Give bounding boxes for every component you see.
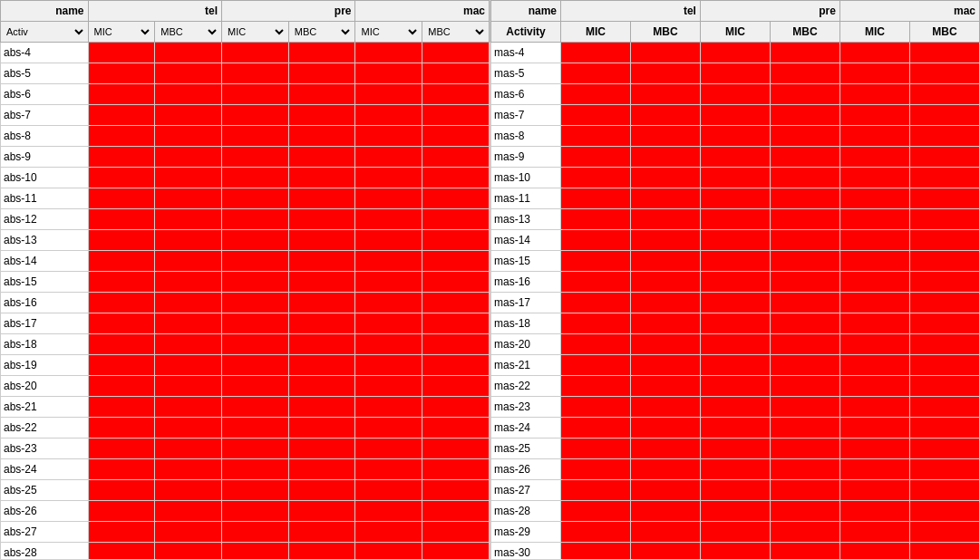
right-data-cell — [909, 439, 979, 459]
left-data-cell — [155, 293, 222, 313]
left-data-cell — [355, 168, 422, 188]
left-table: name tel pre mac Activ MIC — [0, 0, 490, 559]
left-data-cell — [288, 230, 355, 251]
right-data-cell — [700, 439, 770, 459]
left-mac-mbc-header[interactable]: MBC — [422, 22, 490, 43]
left-table-row: abs-24 — [1, 459, 490, 480]
right-data-cell — [839, 418, 909, 439]
right-data-cell — [839, 501, 909, 522]
left-data-cell — [288, 355, 355, 376]
right-data-cell — [700, 209, 770, 230]
left-table-row: abs-25 — [1, 480, 490, 501]
right-data-cell — [560, 126, 630, 147]
right-data-cell — [630, 147, 700, 168]
right-data-cell — [770, 459, 839, 480]
left-data-cell — [355, 188, 422, 209]
left-data-cell — [355, 439, 422, 459]
left-data-cell — [355, 43, 422, 63]
right-data-cell — [700, 272, 770, 293]
left-pre-mbc-header[interactable]: MBC — [288, 22, 355, 43]
left-table-panel: name tel pre mac Activ MIC — [0, 0, 490, 559]
right-data-cell — [839, 168, 909, 188]
pre-mic-dropdown[interactable]: MIC — [224, 25, 286, 38]
right-data-cell — [560, 168, 630, 188]
right-data-cell — [630, 439, 700, 459]
right-table-row: mas-9 — [491, 147, 980, 168]
right-data-cell — [560, 209, 630, 230]
right-data-cell — [839, 522, 909, 543]
right-row-name: mas-24 — [491, 418, 561, 439]
right-data-cell — [909, 209, 979, 230]
right-table-row: mas-20 — [491, 334, 980, 355]
left-data-cell — [88, 543, 155, 560]
left-data-cell — [422, 418, 490, 439]
right-data-cell — [839, 230, 909, 251]
left-data-cell — [422, 272, 490, 293]
right-data-cell — [839, 397, 909, 418]
left-data-cell — [155, 439, 222, 459]
tel-mbc-dropdown[interactable]: MBC — [157, 25, 219, 38]
mac-mbc-dropdown[interactable]: MBC — [424, 25, 487, 38]
left-data-cell — [155, 522, 222, 543]
left-data-cell — [422, 147, 490, 168]
left-data-cell — [422, 209, 490, 230]
right-data-cell — [839, 480, 909, 501]
left-data-cell — [155, 501, 222, 522]
right-table-row: mas-5 — [491, 63, 980, 84]
left-row-name: abs-7 — [1, 105, 89, 126]
left-table-row: abs-17 — [1, 313, 490, 334]
right-data-cell — [839, 459, 909, 480]
left-data-cell — [88, 84, 155, 105]
left-data-cell — [88, 522, 155, 543]
left-data-cell — [222, 418, 289, 439]
left-table-row: abs-16 — [1, 293, 490, 313]
right-data-cell — [560, 43, 630, 63]
left-data-cell — [155, 355, 222, 376]
left-pre-mic-header[interactable]: MIC — [222, 22, 289, 43]
left-row-name: abs-14 — [1, 251, 89, 272]
right-mac-mbc-header: MBC — [909, 22, 979, 43]
pre-mbc-dropdown[interactable]: MBC — [291, 25, 354, 38]
right-data-cell — [770, 272, 839, 293]
left-data-cell — [288, 334, 355, 355]
right-table-row: mas-14 — [491, 230, 980, 251]
mac-mic-dropdown[interactable]: MIC — [357, 25, 420, 38]
left-row-name: abs-22 — [1, 418, 89, 439]
right-data-cell — [700, 188, 770, 209]
left-mac-mic-header[interactable]: MIC — [355, 22, 422, 43]
left-data-cell — [222, 272, 289, 293]
right-data-cell — [560, 313, 630, 334]
left-data-cell — [288, 397, 355, 418]
left-tel-mbc-header[interactable]: MBC — [155, 22, 222, 43]
right-data-cell — [560, 84, 630, 105]
right-table-panel: name tel pre mac Activity MIC MBC MIC MB… — [490, 0, 980, 559]
left-activity-header[interactable]: Activ — [1, 22, 89, 43]
left-data-cell — [88, 147, 155, 168]
right-col-pre-header: pre — [700, 1, 839, 22]
left-col-mac-header: mac — [355, 1, 490, 22]
right-data-cell — [560, 251, 630, 272]
right-table-row: mas-15 — [491, 251, 980, 272]
activity-dropdown[interactable]: Activ — [3, 25, 86, 38]
left-table-row: abs-27 — [1, 522, 490, 543]
right-activity-header: Activity — [491, 22, 561, 43]
right-data-cell — [630, 522, 700, 543]
right-data-cell — [560, 355, 630, 376]
left-row-name: abs-9 — [1, 147, 89, 168]
left-table-row: abs-18 — [1, 334, 490, 355]
left-data-cell — [288, 439, 355, 459]
right-data-cell — [909, 334, 979, 355]
left-data-cell — [422, 63, 490, 84]
right-data-cell — [770, 439, 839, 459]
right-data-cell — [700, 84, 770, 105]
tel-mic-dropdown[interactable]: MIC — [91, 25, 153, 38]
right-table-row: mas-18 — [491, 313, 980, 334]
right-row-name: mas-8 — [491, 126, 561, 147]
left-data-cell — [355, 480, 422, 501]
left-tel-mic-header[interactable]: MIC — [88, 22, 155, 43]
right-col-tel-header: tel — [560, 1, 700, 22]
left-data-cell — [288, 376, 355, 397]
left-data-cell — [222, 459, 289, 480]
right-data-cell — [700, 501, 770, 522]
left-data-cell — [355, 84, 422, 105]
